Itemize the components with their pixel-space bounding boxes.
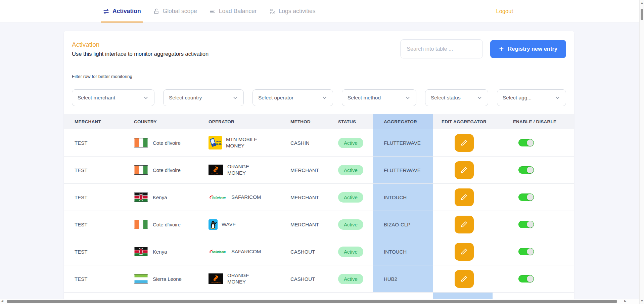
- table-row: TEST Sierra Leone Orange Money ORANGE MO…: [64, 265, 574, 293]
- chevron-down-icon: [143, 95, 149, 101]
- select-merchant[interactable]: Select merchant: [72, 89, 154, 106]
- svg-text:Orange Money: Orange Money: [211, 173, 221, 175]
- activation-table: MERCHANT COUNTRY OPERATOR METHOD STATUS …: [64, 114, 574, 301]
- ci-flag-icon: [134, 138, 148, 147]
- status-cell: Active: [334, 211, 373, 238]
- pencil-icon: [460, 193, 468, 201]
- select-status[interactable]: Select status: [425, 89, 488, 106]
- table-row: TEST Cote d'ivoire Orange Money ORANGE M…: [64, 157, 574, 184]
- enable-toggle[interactable]: [518, 248, 534, 255]
- operator-label: SAFARICOM: [231, 249, 261, 255]
- tab-logs-activities[interactable]: Logs activities: [269, 0, 316, 23]
- filter-hint: Filter row for better monitoring: [72, 74, 566, 79]
- edit-aggregator-button[interactable]: [455, 216, 474, 233]
- list-icon: [209, 8, 216, 15]
- select-aggregator[interactable]: Select agg...: [497, 89, 566, 106]
- status-cell: Active: [334, 129, 373, 156]
- status-cell: Active: [334, 265, 373, 292]
- status-badge: Active: [338, 219, 363, 230]
- search-input[interactable]: [400, 39, 483, 58]
- status-cell: Active: [334, 157, 373, 183]
- chevron-down-icon: [477, 95, 482, 101]
- scroll-right-arrow-icon[interactable]: ▶: [624, 299, 627, 303]
- enable-toggle[interactable]: [518, 275, 534, 283]
- plus-icon: +: [499, 45, 504, 53]
- operator-label: ORANGE MONEY: [227, 164, 268, 176]
- status-badge: Active: [338, 192, 363, 203]
- method-cell: CASHOUT: [287, 238, 334, 265]
- status-badge: Active: [338, 247, 363, 257]
- operator-cell: Safaricom SAFARICOM: [206, 238, 287, 265]
- vertical-scrollbar[interactable]: ▲ ▼: [639, 0, 644, 304]
- tab-activation[interactable]: Activation: [103, 0, 141, 23]
- user-edit-icon: [269, 8, 276, 15]
- enable-toggle[interactable]: [518, 139, 534, 146]
- vertical-scroll-thumb[interactable]: [641, 9, 643, 20]
- edit-aggregator-button[interactable]: [455, 188, 474, 206]
- scroll-down-arrow-icon[interactable]: ▼: [640, 299, 644, 303]
- horizontal-scroll-thumb[interactable]: [7, 300, 617, 303]
- edit-aggregator-button[interactable]: [455, 134, 474, 152]
- toggle-knob: [527, 194, 534, 201]
- merchant-cell: TEST: [64, 157, 133, 183]
- select-country[interactable]: Select country: [163, 89, 244, 106]
- enable-toggle[interactable]: [518, 166, 534, 174]
- tab-load-balancer[interactable]: Load Balancer: [209, 0, 257, 23]
- registry-new-entry-button[interactable]: + Registry new entry: [490, 40, 566, 58]
- column-header-merchant: MERCHANT: [64, 114, 133, 129]
- edit-aggregator-button[interactable]: [455, 270, 474, 288]
- country-label: Cote d'ivoire: [153, 140, 181, 146]
- toggle-knob: [527, 248, 534, 255]
- enable-disable-cell: [495, 211, 574, 238]
- table-row: TEST Kenya Safaricom SAFARICOM MERCHANT …: [64, 184, 574, 211]
- edit-aggregator-cell: [433, 265, 495, 292]
- method-cell: MERCHANT: [287, 211, 334, 238]
- select-merchant-label: Select merchant: [78, 95, 115, 101]
- table-row: TEST Cote d'ivoire WAVE MERCHANT Active …: [64, 211, 574, 238]
- edit-aggregator-cell: [433, 211, 495, 238]
- status-cell: Active: [334, 184, 373, 211]
- card-header: Activation Use this light interface to m…: [64, 31, 574, 67]
- country-cell: Kenya: [133, 184, 206, 211]
- method-cell: MERCHANT: [287, 157, 334, 183]
- table-header-row: MERCHANT COUNTRY OPERATOR METHOD STATUS …: [64, 114, 574, 129]
- horizontal-scrollbar[interactable]: ◀ ▶: [0, 299, 639, 304]
- mtn-momo-logo-icon: MTNMoMo: [209, 136, 222, 149]
- scroll-left-arrow-icon[interactable]: ◀: [1, 299, 3, 303]
- column-header-operator: OPERATOR: [206, 114, 287, 129]
- table-row: TEST Kenya Safaricom SAFARICOM CASHOUT A…: [64, 238, 574, 265]
- operator-label: MTN MOBILE MONEY: [226, 136, 266, 149]
- operator-label: ORANGE MONEY: [227, 272, 268, 285]
- tab-global-scope[interactable]: Global scope: [153, 0, 197, 23]
- edit-aggregator-button[interactable]: [455, 161, 474, 179]
- country-label: Cote d'ivoire: [153, 222, 181, 227]
- method-cell: MERCHANT: [287, 184, 334, 211]
- column-header-edit-aggregator: EDIT AGGREGATOR: [433, 114, 495, 129]
- scroll-up-arrow-icon[interactable]: ▲: [640, 1, 644, 4]
- card-header-text: Activation Use this light interface to m…: [72, 41, 209, 57]
- tab-load-balancer-label: Load Balancer: [219, 8, 257, 15]
- toggle-knob: [527, 139, 534, 146]
- chevron-down-icon: [232, 95, 238, 101]
- ci-flag-icon: [134, 220, 148, 229]
- tab-logs-activities-label: Logs activities: [279, 8, 316, 15]
- select-operator[interactable]: Select operator: [252, 89, 333, 106]
- ke-flag-icon: [134, 247, 148, 256]
- country-cell: Kenya: [133, 238, 206, 265]
- pencil-icon: [460, 221, 468, 228]
- column-header-country: COUNTRY: [133, 114, 206, 129]
- unlock-icon: [153, 8, 160, 15]
- merchant-cell: TEST: [64, 238, 133, 265]
- edit-aggregator-button[interactable]: [455, 243, 474, 261]
- enable-toggle[interactable]: [518, 193, 534, 201]
- column-header-aggregator: AGGREGATOR: [373, 114, 433, 129]
- logout-link[interactable]: Logout: [496, 8, 513, 14]
- select-aggregator-label: Select agg...: [503, 95, 532, 101]
- select-method[interactable]: Select method: [342, 89, 416, 106]
- country-cell: Cote d'ivoire: [133, 157, 206, 183]
- pencil-icon: [460, 139, 468, 146]
- enable-toggle[interactable]: [518, 221, 534, 228]
- wave-logo-icon: [209, 219, 218, 230]
- merchant-cell: TEST: [64, 129, 133, 156]
- operator-cell: Orange Money ORANGE MONEY: [206, 265, 287, 292]
